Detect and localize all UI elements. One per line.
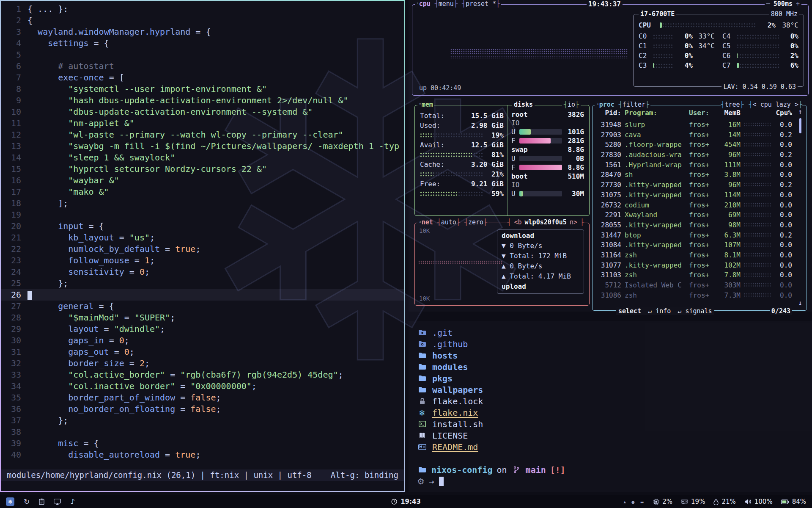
editor-line[interactable]: 10 "dbus-update-activation-environment -… <box>1 106 404 118</box>
file-item[interactable]: README.md <box>417 441 483 453</box>
editor-line[interactable]: 38 <box>1 426 404 438</box>
editor-line[interactable]: 31 gaps_out = 0; <box>1 346 404 358</box>
editor-line[interactable]: 18 ]; <box>1 198 404 209</box>
process-row[interactable]: 31948slurpfros+16M0.0 <box>598 120 792 130</box>
editor-line[interactable]: 14 "sleep 1 && swaylock" <box>1 152 404 163</box>
process-row[interactable]: 27903cavafros+14M0.2 <box>598 130 792 140</box>
cpu-module[interactable]: 2% <box>653 498 672 505</box>
music-icon[interactable]: ♪ <box>70 497 75 506</box>
file-item[interactable]: pkgs <box>417 373 483 384</box>
editor-line[interactable]: 16 "waybar &" <box>1 175 404 186</box>
process-row[interactable]: 31084.kitty-wrappedfros+107M0.0 <box>598 240 792 250</box>
file-item[interactable]: .github <box>417 338 483 350</box>
file-item[interactable]: LICENSE <box>417 430 483 441</box>
editor-line[interactable]: 29 layout = "dwindle"; <box>1 323 404 335</box>
process-row[interactable]: 31077.kitty-wrappedfros+102M0.0 <box>598 260 792 271</box>
process-row[interactable]: 2291Xwaylandfros+69M0.0 <box>598 210 792 220</box>
editor-line[interactable]: 8 "systemctl --user import-environment &… <box>1 83 404 95</box>
editor-line[interactable]: 19 <box>1 209 404 221</box>
process-row[interactable]: 31103zshfros+7.8M0.0 <box>598 270 792 280</box>
editor-line[interactable]: 39 misc = { <box>1 438 404 449</box>
editor-line[interactable]: 12 "wl-paste --primary --watch wl-copy -… <box>1 129 404 141</box>
editor-code-area[interactable]: 1{ ... }:2{3 wayland.windowManager.hyprl… <box>1 3 404 461</box>
editor-line[interactable]: 5 <box>1 49 404 61</box>
nix-launcher-icon[interactable]: ❄ <box>6 497 14 506</box>
filter-button[interactable]: filter <box>619 101 649 108</box>
editor-line[interactable]: 27 general = { <box>1 301 404 312</box>
editor-line[interactable]: 35 border_part_of_window = false; <box>1 392 404 403</box>
process-row[interactable]: 26732codiumfros+210M0.0 <box>598 200 792 210</box>
network-interface-selector[interactable]: <bwlp0s20f0u5n> <box>507 218 584 226</box>
scroll-up-icon[interactable]: ↑ <box>798 108 802 116</box>
process-row[interactable]: 5280.floorp-wrappefros+454M0.0 <box>598 140 792 150</box>
clipboard-icon[interactable] <box>39 498 44 505</box>
io-mode-button[interactable]: io <box>562 101 581 108</box>
tray-up-icon[interactable]: ▴ <box>623 499 626 505</box>
editor-line[interactable]: 34 "col.inactive_border" = "0x00000000"; <box>1 381 404 392</box>
editor-line[interactable]: 23 follow_mouse = 1; <box>1 255 404 266</box>
editor-line[interactable]: 9 "hash dbus-update-activation-environme… <box>1 95 404 106</box>
process-row[interactable]: 27730.kitty-wrappedfros+96M0.2 <box>598 180 792 190</box>
editor-line[interactable]: 33 "col.active_border" = "rgb(cba6f7) rg… <box>1 369 404 381</box>
process-row[interactable]: 31447btopfros+6.3M0.2 <box>598 230 792 240</box>
file-item[interactable]: modules <box>417 361 483 373</box>
editor-line[interactable]: 30 gaps_in = 0; <box>1 335 404 346</box>
editor-line[interactable]: 21 kb_layout = "us"; <box>1 232 404 243</box>
tray-dot-icon[interactable]: ● <box>631 499 635 505</box>
editor-line[interactable]: 7 exec-once = [ <box>1 72 404 83</box>
memory-module[interactable]: 19% <box>681 498 705 505</box>
net-auto-button[interactable]: auto <box>437 218 460 226</box>
editor-line[interactable]: 25 }; <box>1 278 404 289</box>
refresh-icon[interactable]: ↻ <box>24 497 30 506</box>
disk-module[interactable]: 21% <box>713 498 735 505</box>
process-row[interactable]: 31086zshfros+7.3M0.0 <box>598 290 792 301</box>
file-item[interactable]: wallpapers <box>417 384 483 395</box>
editor-line[interactable]: 22 numlock_by_default = true; <box>1 243 404 255</box>
scroll-down-icon[interactable]: ↓ <box>798 299 802 307</box>
editor-line[interactable]: 17 "mako &" <box>1 186 404 198</box>
display-icon[interactable] <box>54 499 61 505</box>
preset-button[interactable]: preset * <box>462 0 500 8</box>
editor-line[interactable]: 2{ <box>1 15 404 26</box>
file-item[interactable]: hosts <box>417 350 483 361</box>
editor-line[interactable]: 6 # autostart <box>1 61 404 72</box>
terminal-window[interactable]: .git.githubhostsmodulespkgswallpapersfla… <box>409 321 812 492</box>
file-item[interactable]: .git <box>417 327 483 338</box>
process-row[interactable]: 31075.kitty-wrappedfros+114M0.0 <box>598 190 792 200</box>
process-row[interactable]: 28055.kitty-wrappedfros+98M0.0 <box>598 220 792 230</box>
editor-line[interactable]: 40 disable_autoreload = true; <box>1 449 404 461</box>
process-row[interactable]: 5712Isolated Web Cfros+303M0.0 <box>598 280 792 290</box>
editor-line[interactable]: 13 "swaybg -m fill -i $(find ~/Pictures/… <box>1 141 404 152</box>
editor-line[interactable]: 26 <box>1 289 404 301</box>
tree-button[interactable]: tree <box>721 101 743 108</box>
editor-line[interactable]: 28 "$mainMod" = "SUPER"; <box>1 312 404 323</box>
battery-module[interactable]: 84% <box>781 498 806 505</box>
clock-module[interactable]: 19:43 <box>391 498 421 505</box>
editor-line[interactable]: 36 no_border_on_floating = false; <box>1 403 404 415</box>
process-row[interactable]: 31164zshfros+8.1M0.0 <box>598 250 792 260</box>
editor-line[interactable]: 20 input = { <box>1 221 404 232</box>
update-interval-control[interactable]: ─500ms+ <box>765 0 801 8</box>
select-button[interactable]: select <box>618 307 641 315</box>
editor-line[interactable]: 24 sensitivity = 0; <box>1 266 404 278</box>
editor-line[interactable]: 3 wayland.windowManager.hyprland = { <box>1 26 404 38</box>
signals-button[interactable]: ↵ signals <box>678 307 712 315</box>
file-item[interactable]: flake.lock <box>417 395 483 407</box>
editor-line[interactable]: 4 settings = { <box>1 38 404 49</box>
iface-prev-button[interactable]: <b <box>514 218 522 226</box>
menu-button[interactable]: menu <box>435 0 458 8</box>
process-row[interactable]: 28470shfros+3.8M0.0 <box>598 170 792 180</box>
editor-line[interactable]: 37 }; <box>1 415 404 426</box>
interval-increase-button[interactable]: + <box>796 0 800 8</box>
volume-module[interactable]: 100% <box>744 498 773 505</box>
scrollbar-thumb[interactable] <box>799 118 801 133</box>
sort-selector[interactable]: < cpu lazy > <box>749 101 802 108</box>
editor-line[interactable]: 32 border_size = 2; <box>1 358 404 369</box>
process-row[interactable]: 27830.audacious-wrafros+96M0.2 <box>598 150 792 160</box>
net-zero-button[interactable]: zero <box>464 218 487 226</box>
editor-line[interactable]: 15 "hyprctl setcursor Nordzy-cursors 22 … <box>1 163 404 175</box>
editor-line[interactable]: 11 "nm-applet &" <box>1 118 404 129</box>
info-button[interactable]: ↵ info <box>648 307 671 315</box>
file-item[interactable]: install.sh <box>417 418 483 430</box>
file-item[interactable]: ❄flake.nix <box>417 407 483 418</box>
